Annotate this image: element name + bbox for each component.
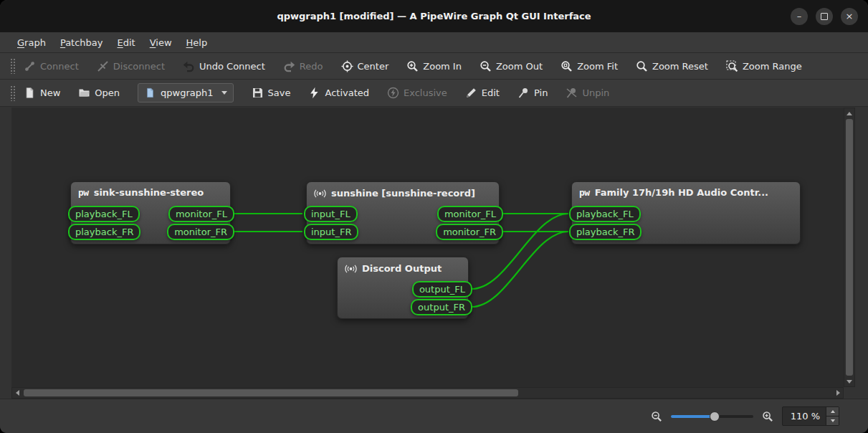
close-button[interactable]: × bbox=[841, 8, 858, 25]
zoom-out-button[interactable]: Zoom Out bbox=[480, 60, 543, 72]
spin-up-button[interactable] bbox=[826, 407, 839, 416]
redo-button[interactable]: Redo bbox=[283, 60, 323, 72]
zoom-range-button[interactable]: Zoom Range bbox=[726, 60, 802, 72]
zoom-out-mini-icon[interactable] bbox=[651, 411, 662, 422]
activated-toggle[interactable]: Activated bbox=[308, 87, 369, 99]
arrow-down-icon bbox=[831, 419, 835, 422]
lightning-icon bbox=[308, 87, 320, 99]
app-window: qpwgraph1 [modified] — A PipeWire Graph … bbox=[0, 0, 868, 433]
menu-patchbay[interactable]: Patchbay bbox=[53, 34, 110, 51]
save-button[interactable]: Save bbox=[252, 87, 291, 99]
exclusive-toggle[interactable]: Exclusive bbox=[387, 87, 447, 99]
minimize-button[interactable]: – bbox=[791, 8, 808, 25]
zoom-fit-label: Zoom Fit bbox=[577, 61, 618, 72]
horizontal-scroll-handle[interactable] bbox=[24, 389, 518, 396]
pipewire-icon: pw bbox=[579, 187, 590, 198]
port-playback-fl[interactable]: playback_FL bbox=[68, 206, 140, 222]
zoom-reset-label: Zoom Reset bbox=[652, 61, 708, 72]
port-output-fl[interactable]: output_FL bbox=[412, 281, 472, 298]
center-button[interactable]: Center bbox=[341, 60, 389, 72]
arrow-up-icon bbox=[831, 410, 835, 413]
port-playback-fr[interactable]: playback_FR bbox=[569, 224, 642, 240]
unpin-icon bbox=[566, 87, 578, 99]
port-input-fl[interactable]: input_FL bbox=[304, 206, 358, 222]
vertical-scroll-handle[interactable] bbox=[846, 119, 853, 376]
port-monitor-fr[interactable]: monitor_FR bbox=[167, 224, 234, 240]
zoom-in-button[interactable]: Zoom In bbox=[406, 60, 462, 72]
menu-label-accel: G bbox=[17, 37, 24, 48]
edit-button[interactable]: Edit bbox=[465, 87, 500, 99]
scroll-right-button[interactable] bbox=[833, 388, 843, 398]
port-output-fr[interactable]: output_FR bbox=[411, 299, 472, 315]
spin-buttons bbox=[826, 407, 839, 425]
disconnect-button[interactable]: Disconnect bbox=[97, 60, 165, 72]
menu-help[interactable]: Help bbox=[179, 34, 215, 51]
patchbay-select-value: qpwgraph1 bbox=[161, 87, 213, 98]
spin-down-button[interactable] bbox=[826, 416, 839, 425]
menu-edit[interactable]: Edit bbox=[110, 34, 143, 51]
node-family-hd-audio[interactable]: pw Family 17h/19h HD Audio Contr... play… bbox=[571, 181, 801, 244]
node-title: Family 17h/19h HD Audio Contr... bbox=[595, 187, 768, 198]
toolbar-drag-handle[interactable] bbox=[10, 58, 15, 74]
port-monitor-fl[interactable]: monitor_FL bbox=[168, 206, 234, 222]
vertical-scrollbar[interactable] bbox=[844, 108, 855, 387]
zoom-fit-icon bbox=[561, 60, 573, 72]
window-title: qpwgraph1 [modified] — A PipeWire Graph … bbox=[277, 11, 591, 22]
disconnect-label: Disconnect bbox=[113, 61, 165, 72]
maximize-icon bbox=[821, 13, 828, 20]
pipewire-icon: pw bbox=[78, 187, 89, 198]
zoom-value: 110 % bbox=[783, 407, 826, 425]
new-button[interactable]: New bbox=[24, 87, 60, 99]
zoom-slider-fill bbox=[671, 415, 715, 418]
horizontal-scrollbar[interactable] bbox=[11, 387, 844, 399]
port-monitor-fl[interactable]: monitor_FL bbox=[437, 206, 503, 222]
undo-icon bbox=[183, 60, 195, 72]
port-playback-fr[interactable]: playback_FR bbox=[68, 224, 140, 240]
connect-icon bbox=[24, 60, 36, 72]
unpin-button[interactable]: Unpin bbox=[566, 87, 609, 99]
pin-icon bbox=[518, 87, 530, 99]
node-discord-output[interactable]: Discord Output output_FL output_FR bbox=[337, 257, 469, 319]
port-monitor-fr[interactable]: monitor_FR bbox=[436, 224, 503, 240]
open-button[interactable]: Open bbox=[78, 87, 120, 99]
pin-button[interactable]: Pin bbox=[518, 87, 548, 99]
new-label: New bbox=[40, 87, 60, 98]
patchbay-toolbar: New Open qpwgraph1 Save Activated bbox=[0, 80, 868, 107]
titlebar[interactable]: qpwgraph1 [modified] — A PipeWire Graph … bbox=[0, 0, 868, 32]
exclusive-lightning-icon bbox=[387, 87, 399, 99]
node-title: sink-sunshine-stereo bbox=[94, 187, 204, 198]
undo-connect-button[interactable]: Undo Connect bbox=[183, 60, 265, 72]
menu-graph[interactable]: Graph bbox=[10, 34, 53, 51]
scroll-up-button[interactable] bbox=[844, 108, 854, 118]
node-header: pw Family 17h/19h HD Audio Contr... bbox=[572, 182, 800, 203]
zoom-in-label: Zoom In bbox=[423, 61, 462, 72]
menu-label: atchbay bbox=[65, 37, 102, 48]
node-header: sunshine [sunshine-record] bbox=[307, 182, 499, 204]
zoom-reset-button[interactable]: Zoom Reset bbox=[636, 60, 708, 72]
port-playback-fl[interactable]: playback_FL bbox=[569, 206, 641, 222]
menu-label: dit bbox=[123, 37, 135, 48]
graph-toolbar: Connect Disconnect Undo Connect Redo Cen bbox=[0, 53, 868, 80]
menu-view[interactable]: View bbox=[143, 34, 179, 51]
node-title: sunshine [sunshine-record] bbox=[331, 188, 475, 199]
zoom-fit-button[interactable]: Zoom Fit bbox=[561, 60, 618, 72]
node-sink-sunshine-stereo[interactable]: pw sink-sunshine-stereo playback_FL play… bbox=[70, 181, 231, 244]
exclusive-label: Exclusive bbox=[404, 87, 447, 98]
connect-label: Connect bbox=[40, 61, 79, 72]
scroll-left-button[interactable] bbox=[12, 388, 22, 398]
patchbay-select[interactable]: qpwgraph1 bbox=[138, 83, 233, 103]
zoom-slider-handle[interactable] bbox=[710, 411, 720, 422]
zoom-slider[interactable] bbox=[671, 411, 753, 422]
scroll-down-button[interactable] bbox=[844, 376, 854, 386]
zoom-in-mini-icon[interactable] bbox=[762, 411, 773, 422]
toolbar-drag-handle[interactable] bbox=[10, 85, 15, 101]
save-icon bbox=[252, 87, 264, 99]
scrollbar-corner bbox=[844, 387, 855, 399]
menu-label-accel: H bbox=[186, 37, 194, 48]
node-sunshine-record[interactable]: sunshine [sunshine-record] input_FL inpu… bbox=[306, 181, 500, 244]
connect-button[interactable]: Connect bbox=[24, 60, 79, 72]
zoom-spinbox[interactable]: 110 % bbox=[782, 406, 839, 426]
port-input-fr[interactable]: input_FR bbox=[304, 224, 358, 240]
graph-canvas[interactable]: pw sink-sunshine-stereo playback_FL play… bbox=[11, 108, 844, 387]
maximize-button[interactable] bbox=[816, 8, 833, 25]
